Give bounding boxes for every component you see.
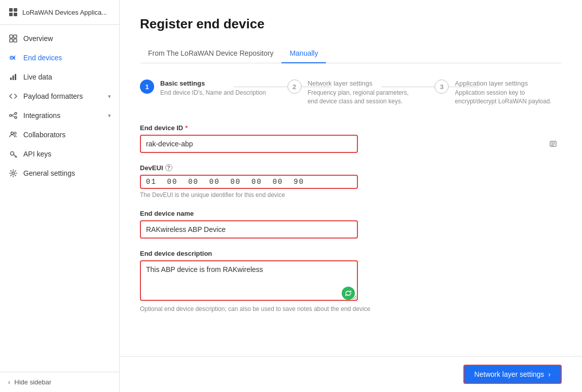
svg-point-22 [14, 132, 16, 134]
main-inner: Register end device From The LoRaWAN Dev… [120, 0, 582, 356]
svg-line-19 [12, 114, 15, 115]
svg-line-20 [12, 115, 15, 117]
svg-rect-15 [15, 74, 16, 80]
settings-icon [8, 168, 18, 178]
step-basic: 1 Basic settings End device ID's, Name a… [140, 80, 267, 97]
integrations-icon [8, 110, 18, 121]
step-1-circle: 1 [140, 80, 154, 94]
deveui-info-icon[interactable]: ? [165, 164, 172, 171]
step-2-desc: Frequency plan, regional parameters, end… [308, 89, 415, 106]
tabs: From The LoRaWAN Device Repository Manua… [140, 44, 562, 63]
deveui-label: DevEUI ? [140, 164, 562, 172]
people-icon [8, 130, 18, 140]
step-2-circle: 2 [287, 80, 302, 94]
description-textarea[interactable]: This ABP device is from RAKwireless [140, 260, 358, 301]
sidebar-item-api-keys[interactable]: API keys [0, 144, 119, 164]
end-device-id-input[interactable] [140, 135, 358, 153]
svg-rect-0 [9, 8, 13, 12]
generate-id-btn[interactable] [549, 139, 558, 148]
description-label: End device description [140, 250, 562, 257]
step-1-text: Basic settings End device ID's, Name and… [160, 80, 267, 97]
key-icon [8, 149, 18, 159]
textarea-wrapper: This ABP device is from RAKwireless [140, 260, 358, 303]
svg-rect-13 [10, 77, 12, 80]
overview-label: Overview [23, 34, 111, 43]
svg-rect-2 [9, 13, 13, 16]
svg-rect-6 [10, 39, 13, 42]
grid-icon [8, 33, 18, 44]
code-icon [8, 91, 18, 101]
hide-sidebar-btn[interactable]: ‹ Hide sidebar [0, 372, 119, 392]
step-1-title: Basic settings [160, 80, 267, 87]
step-3-text: Application layer settings Application s… [455, 80, 562, 106]
svg-rect-3 [14, 13, 17, 16]
refresh-description-btn[interactable] [342, 287, 355, 300]
payload-formatters-label: Payload formatters [23, 92, 108, 100]
end-device-name-label: End device name [140, 210, 562, 217]
collaborators-label: Collaborators [23, 131, 111, 139]
step-network: 2 Network layer settings Frequency plan,… [287, 80, 415, 106]
step-application: 3 Application layer settings Application… [434, 80, 562, 106]
svg-point-9 [11, 57, 12, 58]
sidebar-item-integrations[interactable]: Integrations ▾ [0, 106, 119, 125]
svg-rect-14 [13, 75, 14, 80]
field-deveui: DevEUI ? The DevEUI is the unique identi… [140, 164, 562, 199]
tab-manually[interactable]: Manually [281, 44, 326, 63]
chart-icon [8, 72, 18, 82]
deveui-input[interactable] [146, 178, 352, 186]
integrations-label: Integrations [23, 111, 108, 120]
svg-point-17 [15, 112, 17, 114]
sidebar-item-live-data[interactable]: Live data [0, 67, 119, 87]
step-3-title: Application layer settings [455, 80, 562, 87]
description-hint: Optional end device description; can als… [140, 305, 562, 312]
main-content: Register end device From The LoRaWAN Dev… [120, 0, 582, 392]
next-button-label: Network layer settings [475, 370, 544, 378]
deveui-hint: The DevEUI is the unique identifier for … [140, 191, 562, 199]
live-data-label: Live data [23, 73, 111, 81]
steps: 1 Basic settings End device ID's, Name a… [140, 80, 562, 106]
end-device-id-wrapper [140, 135, 562, 153]
general-settings-label: General settings [23, 169, 111, 177]
sidebar-item-general-settings[interactable]: General settings [0, 164, 119, 183]
end-devices-label: End devices [23, 54, 111, 62]
svg-rect-7 [14, 39, 17, 42]
step-2-text: Network layer settings Frequency plan, r… [308, 80, 415, 106]
field-end-device-id: End device ID * [140, 124, 562, 153]
chevron-down-icon-2: ▾ [108, 112, 111, 119]
sidebar-nav: Overview End devices [0, 25, 119, 372]
hide-sidebar-label: Hide sidebar [14, 378, 51, 386]
svg-point-16 [10, 114, 12, 116]
svg-point-27 [12, 172, 15, 175]
field-end-device-name: End device name [140, 210, 562, 239]
chevron-left-icon: ‹ [8, 378, 10, 386]
svg-rect-4 [10, 35, 13, 38]
main-footer: Network layer settings › [120, 356, 582, 392]
sidebar-item-collaborators[interactable]: Collaborators [0, 125, 119, 144]
sidebar-item-payload-formatters[interactable]: Payload formatters ▾ [0, 87, 119, 106]
step-2-title: Network layer settings [308, 80, 415, 87]
app-name-label: LoRaWAN Devices Applica... [22, 9, 107, 16]
step-3-circle: 3 [434, 80, 449, 94]
api-keys-label: API keys [23, 150, 111, 158]
svg-point-18 [15, 116, 17, 119]
end-device-name-input[interactable] [140, 220, 358, 239]
field-description: End device description This ABP device i… [140, 250, 562, 312]
end-device-id-label: End device ID * [140, 124, 562, 132]
svg-rect-1 [14, 8, 17, 12]
required-marker: * [185, 124, 188, 132]
devices-icon [8, 53, 18, 63]
next-button[interactable]: Network layer settings › [463, 365, 562, 384]
sidebar-item-end-devices[interactable]: End devices [0, 48, 119, 67]
app-name[interactable]: LoRaWAN Devices Applica... [0, 0, 119, 25]
step-3-desc: Application session key to encrypt/decry… [455, 89, 562, 106]
end-device-name-wrapper [140, 220, 562, 239]
next-arrow-icon: › [548, 370, 551, 378]
form: End device ID * [140, 124, 562, 312]
sidebar-item-overview[interactable]: Overview [0, 29, 119, 48]
tab-repository[interactable]: From The LoRaWAN Device Repository [140, 44, 281, 63]
svg-point-21 [11, 132, 14, 135]
deveui-wrapper [140, 175, 358, 189]
page-title: Register end device [140, 16, 562, 32]
sidebar: LoRaWAN Devices Applica... Overview [0, 0, 120, 392]
app-icon [8, 7, 18, 17]
